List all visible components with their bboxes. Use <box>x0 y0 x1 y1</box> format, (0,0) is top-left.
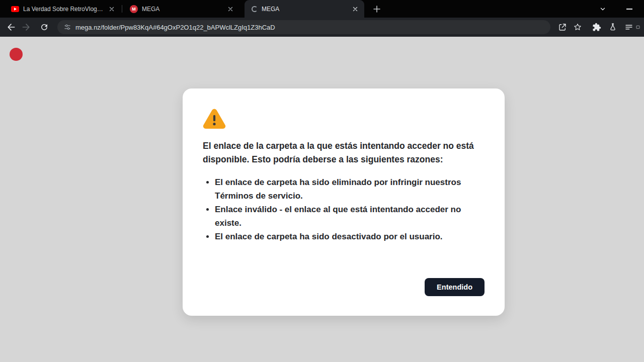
minimize-button[interactable] <box>623 3 636 16</box>
tab-mega-active[interactable]: MEGA <box>245 0 364 18</box>
tab-strip: La Verdad Sobre RetroVlogs #2 M MEGA MEG… <box>0 0 644 18</box>
reason-item: El enlace de carpeta ha sido desactivado… <box>215 230 464 243</box>
tab-close-button[interactable] <box>351 5 359 13</box>
back-arrow-icon <box>6 22 16 32</box>
tab-separator <box>122 5 122 13</box>
url-text: mega.nz/folder/Ppw83KqA#64gOxP2O1q22_bAP… <box>75 24 275 31</box>
share-button[interactable] <box>555 20 570 34</box>
tab-close-button[interactable] <box>226 5 234 13</box>
toolbar-right-icons <box>555 20 640 34</box>
back-button[interactable] <box>4 20 18 34</box>
tab-title: MEGA <box>262 6 347 13</box>
profile-avatar-button[interactable] <box>606 20 620 34</box>
puzzle-icon <box>592 23 601 32</box>
folder-unavailable-dialog: El enlace de la carpeta a la que estás i… <box>183 88 505 316</box>
dialog-message: El enlace de la carpeta a la que estás i… <box>203 139 477 166</box>
tab-search-button[interactable] <box>596 3 609 16</box>
entendido-button[interactable]: Entendido <box>425 278 485 296</box>
tab-title: La Verdad Sobre RetroVlogs #2 <box>23 6 104 13</box>
extensions-button[interactable] <box>590 20 604 34</box>
youtube-favicon-icon <box>11 6 19 12</box>
url-bar[interactable]: mega.nz/folder/Ppw83KqA#64gOxP2O1q22_bAP… <box>57 20 550 34</box>
tab-mega-1[interactable]: M MEGA <box>123 0 239 18</box>
tab-close-button[interactable] <box>108 5 116 13</box>
plus-icon <box>373 6 380 13</box>
loading-spinner-icon <box>252 6 258 12</box>
browser-window: La Verdad Sobre RetroVlogs #2 M MEGA MEG… <box>0 0 644 362</box>
reload-button[interactable] <box>37 20 51 34</box>
browser-toolbar: mega.nz/folder/Ppw83KqA#64gOxP2O1q22_bAP… <box>0 18 644 37</box>
minimize-icon <box>626 9 632 10</box>
close-icon <box>109 7 114 12</box>
forward-button[interactable] <box>19 20 33 34</box>
flask-avatar-icon <box>608 23 617 32</box>
tab-retrovlogs[interactable]: La Verdad Sobre RetroVlogs #2 <box>4 0 121 18</box>
reason-item: Enlace inválido - el enlace al que está … <box>215 203 464 230</box>
bookmark-button[interactable] <box>571 20 585 34</box>
reason-item: El enlace de carpeta ha sido eliminado p… <box>215 175 464 203</box>
new-tab-button[interactable] <box>370 3 383 16</box>
side-panel-button-partial[interactable] <box>636 20 640 34</box>
mega-favicon-icon: M <box>130 5 138 13</box>
mega-logo-loading-dot <box>10 48 23 61</box>
forward-arrow-icon <box>21 22 31 32</box>
close-icon <box>353 7 358 12</box>
menu-button[interactable] <box>622 20 636 34</box>
side-panel-icon <box>636 23 640 32</box>
menu-lines-icon <box>624 23 633 32</box>
reload-icon <box>40 23 49 32</box>
star-icon <box>573 23 582 32</box>
page-content: El enlace de la carpeta a la que estás i… <box>0 37 644 362</box>
site-settings-icon <box>63 23 71 31</box>
close-icon <box>228 7 233 12</box>
reasons-list: El enlace de carpeta ha sido eliminado p… <box>203 175 464 243</box>
chevron-down-icon <box>599 6 606 13</box>
warning-triangle-icon <box>203 108 226 129</box>
share-icon <box>558 23 567 32</box>
tab-title: MEGA <box>142 6 222 13</box>
